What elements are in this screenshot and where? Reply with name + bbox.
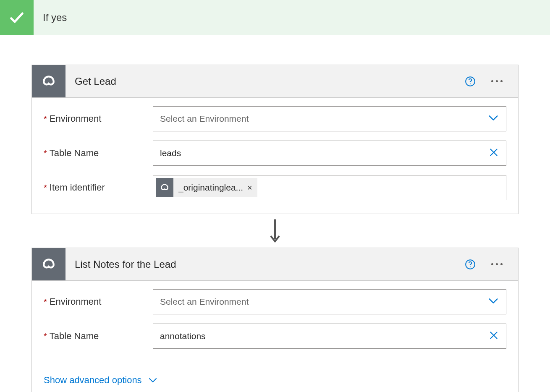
if-yes-branch-header: If yes	[0, 0, 550, 35]
dataverse-icon	[156, 178, 173, 197]
required-asterisk: *	[44, 297, 47, 307]
field-label: * Table Name	[44, 148, 153, 159]
field-label-text: Environment	[50, 113, 102, 124]
more-icon[interactable]	[488, 263, 505, 265]
branch-title: If yes	[34, 12, 67, 24]
required-asterisk: *	[44, 332, 47, 341]
action-card-get-lead: Get Lead * Environment Select	[31, 65, 519, 214]
help-icon[interactable]	[464, 76, 476, 87]
action-card-header[interactable]: Get Lead	[32, 65, 518, 98]
input-value: annotations	[160, 331, 206, 341]
checkmark-icon	[0, 0, 34, 35]
dynamic-content-token[interactable]: _originatinglea... ×	[156, 178, 257, 197]
select-placeholder: Select an Environment	[160, 114, 249, 124]
dataverse-icon	[32, 65, 65, 97]
chevron-down-icon	[487, 112, 499, 126]
svg-point-6	[470, 266, 471, 267]
field-row-table-name: * Table Name leads	[44, 141, 506, 166]
field-row-item-identifier: * Item identifier _originatinglea... ×	[44, 175, 506, 200]
action-title: Get Lead	[65, 76, 464, 87]
clear-icon[interactable]	[488, 330, 499, 343]
select-placeholder: Select an Environment	[160, 297, 249, 307]
item-identifier-input[interactable]: _originatinglea... ×	[153, 175, 506, 200]
remove-token-icon[interactable]: ×	[247, 183, 252, 193]
field-row-environment: * Environment Select an Environment	[44, 289, 506, 314]
field-label: * Environment	[44, 113, 153, 124]
more-icon[interactable]	[488, 80, 505, 82]
flow-arrow-icon	[31, 214, 519, 248]
table-name-input[interactable]: leads	[153, 141, 506, 166]
required-asterisk: *	[44, 114, 47, 124]
token-label: _originatinglea...	[178, 183, 243, 193]
table-name-input[interactable]: annotations	[153, 324, 506, 349]
advanced-options-label: Show advanced options	[44, 375, 142, 386]
field-label: * Environment	[44, 296, 153, 307]
svg-point-1	[470, 83, 471, 84]
action-title: List Notes for the Lead	[65, 259, 464, 270]
field-label-text: Table Name	[50, 331, 99, 342]
field-row-environment: * Environment Select an Environment	[44, 106, 506, 131]
chevron-down-icon	[487, 295, 499, 309]
chevron-down-icon	[148, 375, 158, 385]
dataverse-icon	[32, 248, 65, 280]
help-icon[interactable]	[464, 259, 476, 270]
field-label: * Item identifier	[44, 182, 153, 193]
field-label-text: Item identifier	[50, 182, 105, 193]
environment-select[interactable]: Select an Environment	[153, 289, 506, 314]
field-label: * Table Name	[44, 331, 153, 342]
action-card-list-notes: List Notes for the Lead * Environment	[31, 248, 519, 392]
required-asterisk: *	[44, 149, 47, 158]
show-advanced-options-link[interactable]: Show advanced options	[44, 375, 158, 386]
required-asterisk: *	[44, 183, 47, 193]
field-label-text: Environment	[50, 296, 102, 307]
environment-select[interactable]: Select an Environment	[153, 106, 506, 131]
action-card-header[interactable]: List Notes for the Lead	[32, 248, 518, 281]
clear-icon[interactable]	[488, 147, 499, 160]
input-value: leads	[160, 148, 181, 158]
field-label-text: Table Name	[50, 148, 99, 159]
field-row-table-name: * Table Name annotations	[44, 324, 506, 349]
